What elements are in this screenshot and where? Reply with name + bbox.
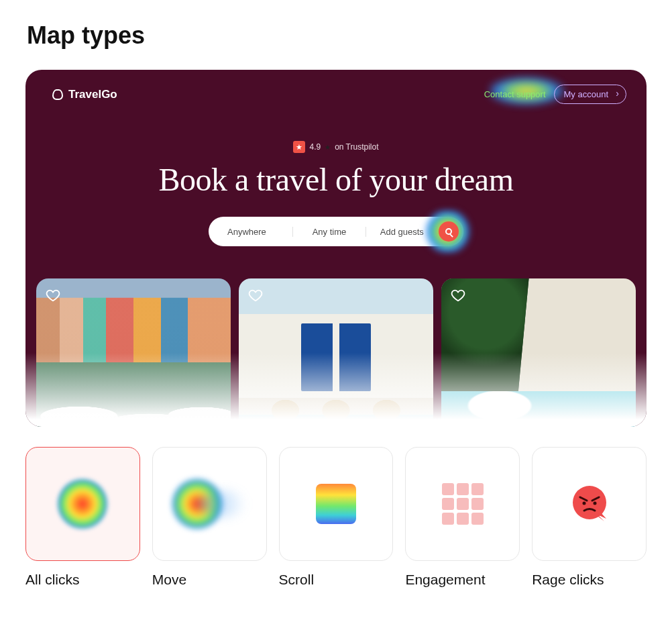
map-type-card[interactable] [25,447,140,561]
map-type-scroll[interactable]: Scroll [279,447,394,588]
section-title: Map types [27,21,145,50]
search-icon [445,228,452,235]
search-button[interactable] [439,221,459,242]
site-header: TravelGo Contact support My account [25,70,647,104]
map-type-engagement[interactable]: Engagement [405,447,520,588]
my-account-button[interactable]: My account [554,85,626,104]
hero-title: Book a travel of your dream [25,161,647,198]
star-icon: ★ [325,144,331,151]
rage-face-icon [569,484,610,524]
map-type-label: All clicks [25,572,140,588]
favorite-icon[interactable] [451,288,465,303]
rating-row: ★ 4.9 ★ on Trustpilot [25,141,647,153]
destination-cards [25,278,647,427]
map-type-card[interactable] [532,447,647,561]
brand-name: TravelGo [68,88,117,101]
map-type-all-clicks[interactable]: All clicks [25,447,140,588]
map-type-move[interactable]: Move [152,447,267,588]
map-types-row: All clicks Move Scroll Engagement [25,447,647,588]
destination-card[interactable] [441,278,636,427]
map-type-label: Rage clicks [532,572,647,588]
heatdot-icon [58,479,107,529]
favorite-icon[interactable] [46,288,60,303]
favorite-icon[interactable] [248,288,263,303]
map-type-label: Engagement [405,572,520,588]
map-type-card[interactable] [279,447,394,561]
search-where[interactable]: Anywhere [209,227,293,237]
search-bar[interactable]: Anywhere Any time Add guests [209,217,463,246]
movedot-icon [172,479,246,529]
map-type-label: Scroll [279,572,394,588]
site-preview: TravelGo Contact support My account ★ 4.… [25,70,647,427]
map-type-rage[interactable]: Rage clicks [532,447,647,588]
rating-score: 4.9 [309,142,321,152]
panel: TravelGo Contact support My account ★ 4.… [0,54,672,620]
trustpilot-badge-icon: ★ [293,141,305,153]
map-type-label: Move [152,572,267,588]
engagement-grid-icon [442,483,484,525]
header-right: Contact support My account [484,85,626,104]
scroll-gradient-icon [316,484,356,524]
map-type-card[interactable] [152,447,267,561]
brand-logo-icon [52,89,63,100]
brand[interactable]: TravelGo [52,88,117,101]
svg-point-2 [593,502,596,505]
destination-card[interactable] [239,278,433,427]
svg-point-1 [582,502,585,505]
rating-source: on Trustpilot [335,142,378,152]
map-type-card[interactable] [405,447,520,561]
contact-support-link[interactable]: Contact support [484,89,546,99]
destination-card[interactable] [36,278,231,427]
search-when[interactable]: Any time [293,227,366,237]
